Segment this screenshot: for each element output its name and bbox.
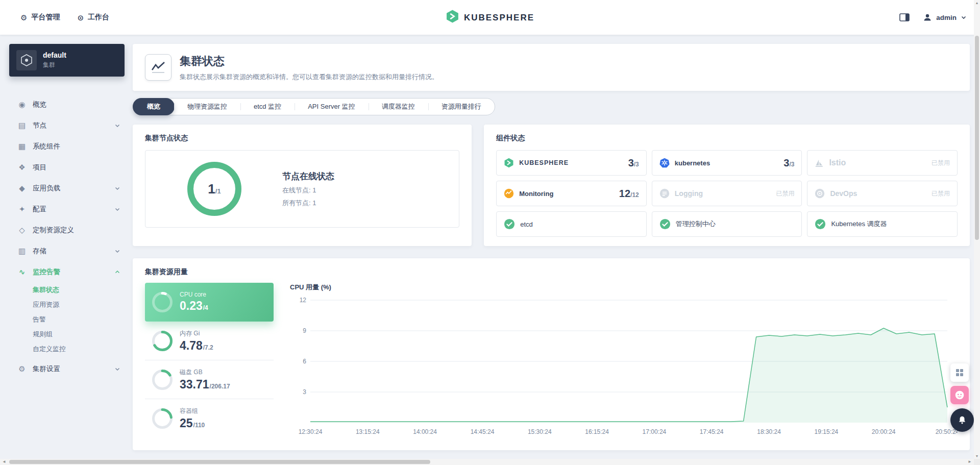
monitoring-comp-icon bbox=[504, 188, 514, 199]
metric-pods[interactable]: 容器组25/110 bbox=[145, 399, 274, 438]
page-header: 集群状态 集群状态展示集群资源的概览和详情。您可以查看集群资源的监控数据和用量排… bbox=[133, 44, 970, 91]
config-icon: ✦ bbox=[17, 205, 27, 213]
sidebar-item-overview[interactable]: ◉概览 bbox=[9, 94, 126, 115]
kubernetes-icon bbox=[659, 158, 670, 168]
sidebar-item-config[interactable]: ✦配置 bbox=[9, 199, 126, 219]
components-icon: ▦ bbox=[17, 142, 27, 150]
tab-3[interactable]: API Server 监控 bbox=[295, 99, 368, 115]
chevron-down-icon bbox=[114, 206, 120, 212]
component-name: Kubernetes 调度器 bbox=[831, 219, 950, 229]
metric-donut bbox=[152, 370, 173, 390]
horizontal-scroll-track[interactable] bbox=[8, 459, 966, 465]
component-count: 12/12 bbox=[619, 188, 639, 200]
sidebar-item-nodes[interactable]: ▤节点 bbox=[9, 115, 126, 136]
tab-4[interactable]: 调度器监控 bbox=[369, 99, 428, 115]
kubesphere-logo[interactable]: KUBESPHERE bbox=[446, 10, 534, 26]
vertical-scrollbar[interactable]: ▲ ▼ bbox=[974, 0, 980, 459]
sidebar-subitem-cluster-status[interactable]: 集群状态 bbox=[9, 282, 126, 297]
workloads-icon: ◆ bbox=[17, 184, 27, 192]
tab-1[interactable]: 物理资源监控 bbox=[174, 99, 240, 115]
component-count: 3/3 bbox=[783, 157, 794, 169]
sidebar-item-workloads[interactable]: ◆应用负载 bbox=[9, 178, 126, 199]
cluster-status-icon bbox=[145, 54, 172, 81]
sidebar-item-cluster-settings[interactable]: ⚙集群设置 bbox=[9, 358, 126, 379]
svg-text:12:30:24: 12:30:24 bbox=[299, 428, 323, 435]
cpu-usage-chart: CPU 用量 (%) 3691212:30:2413:15:2414:00:24… bbox=[288, 283, 958, 438]
horizontal-scroll-thumb[interactable] bbox=[9, 460, 430, 464]
component-kubesphere[interactable]: KUBESPHERE3/3 bbox=[496, 150, 647, 176]
overview-icon: ◉ bbox=[17, 101, 27, 108]
cluster-selector[interactable]: default 集群 bbox=[9, 44, 125, 77]
tab-5[interactable]: 资源用量排行 bbox=[428, 99, 495, 115]
chevron-down-icon bbox=[961, 14, 967, 20]
metric-label: 内存 Gi bbox=[180, 329, 213, 338]
sidebar-item-storage[interactable]: ▥存储 bbox=[9, 240, 126, 261]
nodes-icon: ▤ bbox=[17, 121, 27, 129]
scroll-up-arrow-icon[interactable]: ▲ bbox=[974, 1, 980, 5]
scroll-left-arrow-icon[interactable]: ◄ bbox=[0, 459, 8, 465]
layout-panel-icon[interactable] bbox=[899, 13, 910, 21]
logging-icon bbox=[659, 188, 670, 199]
metric-cpu[interactable]: CPU core0.23/4 bbox=[145, 283, 274, 322]
metric-label: 容器组 bbox=[180, 407, 205, 415]
vertical-scroll-thumb[interactable] bbox=[975, 36, 979, 240]
online-nodes-line: 在线节点: 1 bbox=[282, 186, 334, 195]
kubesphere-logo-text: KUBESPHERE bbox=[464, 12, 534, 22]
tab-0[interactable]: 概览 bbox=[133, 98, 175, 115]
crd-icon: ◇ bbox=[17, 226, 27, 234]
cluster-name: default bbox=[43, 51, 66, 59]
sidebar-item-label: 配置 bbox=[33, 205, 108, 214]
component-name: kubernetes bbox=[675, 159, 778, 167]
topbar: ⚙ 平台管理 ⊙ 工作台 KUBESPHERE admin bbox=[0, 0, 980, 35]
quick-launcher-fab[interactable] bbox=[950, 363, 969, 382]
node-online-count: 1 bbox=[208, 181, 215, 197]
node-status-donut: 1 /1 bbox=[187, 162, 241, 216]
sidebar-subitem-app-resources[interactable]: 应用资源 bbox=[9, 297, 126, 312]
sidebar-item-crd[interactable]: ◇定制资源定义 bbox=[9, 219, 126, 240]
sidebar-item-label: 系统组件 bbox=[33, 142, 120, 151]
cluster-icon bbox=[16, 50, 37, 70]
svg-text:20:50:24: 20:50:24 bbox=[936, 428, 958, 435]
svg-text:13:15:24: 13:15:24 bbox=[356, 428, 380, 435]
svg-text:20:00:24: 20:00:24 bbox=[872, 428, 896, 435]
platform-manage-menu[interactable]: ⚙ 平台管理 bbox=[13, 9, 67, 26]
notification-fab[interactable] bbox=[950, 408, 974, 432]
chevron-down-icon bbox=[114, 248, 120, 254]
workbench-link[interactable]: ⊙ 工作台 bbox=[70, 9, 116, 26]
sidebar-subitem-alerts[interactable]: 告警 bbox=[9, 312, 126, 327]
metric-memory[interactable]: 内存 Gi4.78/7.2 bbox=[145, 322, 274, 360]
node-online-status-title: 节点在线状态 bbox=[282, 170, 334, 182]
metric-label: CPU core bbox=[180, 291, 208, 298]
component-kubernetes[interactable]: kubernetes3/3 bbox=[652, 150, 802, 176]
sidebar-item-system-components[interactable]: ▦系统组件 bbox=[9, 136, 126, 157]
user-menu[interactable]: admin bbox=[923, 13, 967, 22]
scroll-down-arrow-icon[interactable]: ▼ bbox=[974, 454, 980, 458]
components-title: 组件状态 bbox=[496, 134, 958, 143]
sidebar: default 集群 ◉概览▤节点▦系统组件❖项目◆应用负载✦配置◇定制资源定义… bbox=[0, 35, 133, 450]
sidebar-subitem-custom-monitoring[interactable]: 自定义监控 bbox=[9, 341, 126, 356]
platform-manage-label: 平台管理 bbox=[31, 13, 60, 22]
chevron-down-icon bbox=[114, 366, 120, 372]
component-kubernetes-scheduler: Kubernetes 调度器 bbox=[807, 211, 958, 237]
component-name: KUBESPHERE bbox=[519, 159, 623, 166]
sidebar-subitem-rule-groups[interactable]: 规则组 bbox=[9, 327, 126, 341]
scroll-right-arrow-icon[interactable]: ► bbox=[966, 459, 974, 465]
component-count: 3/3 bbox=[628, 157, 639, 169]
horizontal-scrollbar[interactable]: ◄ ► bbox=[0, 459, 974, 465]
page-description: 集群状态展示集群资源的概览和详情。您可以查看集群资源的监控数据和用量排行情况。 bbox=[180, 72, 438, 82]
cluster-type-label: 集群 bbox=[43, 61, 66, 69]
metric-disk[interactable]: 磁盘 GB33.71/206.17 bbox=[145, 360, 274, 399]
page-title: 集群状态 bbox=[180, 54, 438, 69]
svg-text:14:00:24: 14:00:24 bbox=[413, 428, 437, 435]
component-devops: DevOps已禁用 bbox=[807, 181, 958, 206]
sidebar-submenu: 集群状态应用资源告警规则组自定义监控 bbox=[9, 282, 126, 358]
sidebar-item-label: 存储 bbox=[33, 247, 108, 256]
svg-text:19:15:24: 19:15:24 bbox=[815, 428, 839, 435]
sidebar-item-monitoring-alerting[interactable]: ∿监控告警 bbox=[9, 261, 126, 282]
component-name: Monitoring bbox=[519, 190, 614, 198]
tab-2[interactable]: etcd 监控 bbox=[240, 99, 295, 115]
metric-ring bbox=[152, 370, 173, 390]
component-monitoring[interactable]: Monitoring12/12 bbox=[496, 181, 647, 206]
assistant-fab[interactable] bbox=[950, 386, 969, 404]
sidebar-item-projects[interactable]: ❖项目 bbox=[9, 157, 126, 178]
